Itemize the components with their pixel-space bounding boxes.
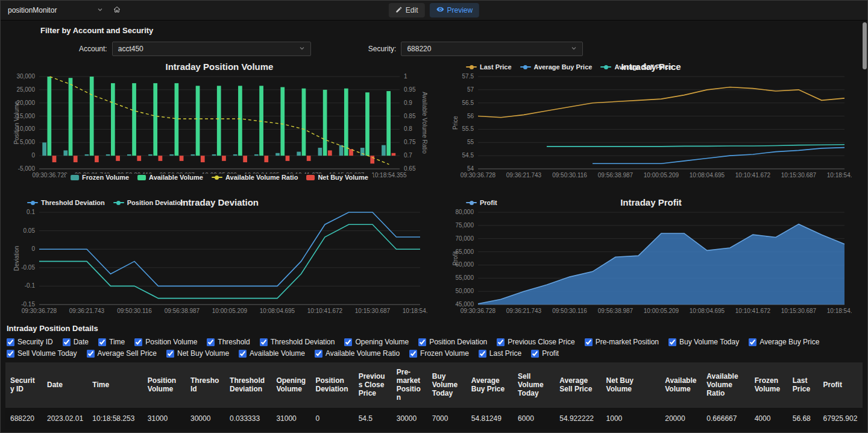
svg-text:09:56:38.987: 09:56:38.987 bbox=[598, 308, 634, 314]
account-select[interactable]: acct450 bbox=[112, 42, 311, 56]
legend-label: Position Deviation bbox=[127, 199, 185, 206]
checkbox-input[interactable] bbox=[98, 338, 106, 346]
svg-text:0.85: 0.85 bbox=[404, 113, 416, 119]
legend-label: Available Volume bbox=[149, 174, 203, 181]
checkbox-input[interactable] bbox=[7, 338, 14, 346]
column-checkbox-available-volume-ratio[interactable]: Available Volume Ratio bbox=[315, 349, 400, 358]
home-button[interactable] bbox=[113, 5, 121, 16]
column-checkbox-sell-volume-today[interactable]: Sell Volume Today bbox=[7, 349, 77, 358]
legend-item-position-deviation[interactable]: Position Deviation bbox=[113, 199, 185, 206]
checkbox-input[interactable] bbox=[239, 350, 247, 358]
preview-button[interactable]: Preview bbox=[430, 3, 480, 17]
checkbox-input[interactable] bbox=[479, 350, 486, 358]
column-checkbox-position-deviation[interactable]: Position Deviation bbox=[418, 338, 487, 346]
column-checkbox-previous-close-price[interactable]: Previous Close Price bbox=[497, 338, 574, 346]
checkbox-label: Last Price bbox=[489, 349, 521, 358]
legend-item-last-price[interactable]: Last Price bbox=[466, 63, 512, 71]
checkbox-input[interactable] bbox=[585, 338, 593, 346]
column-checkbox-frozen-volume[interactable]: Frozen Volume bbox=[409, 349, 469, 358]
table-cell: 31000 bbox=[271, 408, 310, 430]
table-header-cell: Available Volume Ratio bbox=[702, 362, 749, 408]
preview-button-label: Preview bbox=[447, 6, 473, 14]
svg-text:10:00:05.209: 10:00:05.209 bbox=[644, 308, 679, 314]
table-cell: 30000 bbox=[392, 408, 427, 430]
legend-item-frozen-volume[interactable]: Frozen Volume bbox=[71, 174, 129, 181]
checkbox-input[interactable] bbox=[63, 338, 71, 346]
svg-text:Profit: Profit bbox=[452, 251, 459, 266]
column-checkbox-average-sell-price[interactable]: Average Sell Price bbox=[87, 349, 157, 358]
checkbox-label: Opening Volume bbox=[355, 338, 409, 346]
svg-text:0.65: 0.65 bbox=[404, 165, 416, 172]
checkbox-input[interactable] bbox=[531, 350, 539, 358]
legend-item-available-volume-ratio[interactable]: Available Volume Ratio bbox=[212, 174, 298, 181]
column-checkbox-average-buy-price[interactable]: Average Buy Price bbox=[749, 338, 819, 346]
table-cell: 54.922222 bbox=[555, 408, 601, 430]
column-checkbox-available-volume[interactable]: Available Volume bbox=[239, 349, 305, 358]
column-checkbox-opening-volume[interactable]: Opening Volume bbox=[344, 338, 409, 346]
legend-item-average-sell-price[interactable]: Average Sell Price bbox=[600, 63, 672, 71]
svg-text:0: 0 bbox=[31, 152, 35, 159]
column-checkbox-buy-volume-today[interactable]: Buy Volume Today bbox=[668, 338, 739, 346]
svg-text:10:18:54.355: 10:18:54.355 bbox=[403, 308, 427, 314]
checkbox-label: Date bbox=[74, 338, 89, 346]
legend-item-available-volume[interactable]: Available Volume bbox=[137, 174, 203, 181]
checkbox-input[interactable] bbox=[344, 338, 352, 346]
column-checkbox-date[interactable]: Date bbox=[63, 338, 89, 346]
column-checkbox-threshold[interactable]: Threshold bbox=[207, 338, 250, 346]
table-header-cell: Pre-market Position bbox=[392, 362, 427, 408]
checkbox-input[interactable] bbox=[7, 350, 14, 358]
security-select[interactable]: 688220 bbox=[401, 42, 583, 56]
account-label: Account: bbox=[79, 45, 107, 53]
details-section-title: Intraday Position Details bbox=[7, 324, 867, 333]
checkbox-label: Buy Volume Today bbox=[679, 338, 739, 346]
svg-text:Deviation: Deviation bbox=[13, 246, 20, 271]
svg-text:-5,000: -5,000 bbox=[18, 165, 36, 172]
checkbox-input[interactable] bbox=[409, 350, 417, 358]
security-label: Security: bbox=[368, 45, 397, 53]
checkbox-input[interactable] bbox=[668, 338, 676, 346]
column-checkbox-threshold-deviation[interactable]: Threshold Deviation bbox=[260, 338, 335, 346]
checkbox-input[interactable] bbox=[166, 350, 174, 358]
topbar: positionMonitor Edit bbox=[1, 1, 867, 21]
legend-item-threshold-deviation[interactable]: Threshold Deviation bbox=[27, 199, 105, 206]
legend-marker bbox=[466, 200, 477, 206]
legend-label: Threshold Deviation bbox=[41, 199, 105, 206]
legend-item-net-buy-volume[interactable]: Net Buy Volume bbox=[306, 174, 368, 181]
app-switcher-dropdown[interactable]: positionMonitor bbox=[8, 6, 103, 14]
column-checkbox-profit[interactable]: Profit bbox=[531, 349, 559, 358]
checkbox-input[interactable] bbox=[207, 338, 215, 346]
legend-marker bbox=[306, 175, 315, 180]
svg-text:80,000: 80,000 bbox=[455, 209, 474, 215]
column-checkbox-pre-market-position[interactable]: Pre-market Position bbox=[585, 338, 659, 346]
checkbox-input[interactable] bbox=[497, 338, 505, 346]
checkbox-input[interactable] bbox=[260, 338, 268, 346]
svg-text:5,000: 5,000 bbox=[20, 139, 35, 145]
legend-item-profit[interactable]: Profit bbox=[466, 199, 497, 206]
checkbox-input[interactable] bbox=[315, 350, 322, 358]
checkbox-input[interactable] bbox=[134, 338, 142, 346]
column-checkbox-security-id[interactable]: Security ID bbox=[7, 338, 53, 346]
svg-text:57: 57 bbox=[467, 86, 474, 93]
column-checkbox-time[interactable]: Time bbox=[98, 338, 125, 346]
column-checkbox-net-buy-volume[interactable]: Net Buy Volume bbox=[166, 349, 229, 358]
edit-button[interactable]: Edit bbox=[389, 3, 425, 17]
checkbox-input[interactable] bbox=[87, 350, 95, 358]
svg-text:-0.15: -0.15 bbox=[21, 301, 35, 308]
checkbox-input[interactable] bbox=[418, 338, 426, 346]
svg-text:0: 0 bbox=[31, 245, 35, 252]
svg-text:45,000: 45,000 bbox=[455, 301, 474, 308]
checkbox-label: Net Buy Volume bbox=[177, 349, 229, 358]
table-row[interactable]: 6882202023.02.0110:18:58.25331000300000.… bbox=[5, 408, 863, 430]
table-cell: 30000 bbox=[186, 408, 225, 430]
svg-text:09:36:21.743: 09:36:21.743 bbox=[506, 172, 542, 179]
vertical-scrollbar-thumb[interactable] bbox=[863, 22, 867, 69]
checkbox-input[interactable] bbox=[749, 338, 756, 346]
svg-text:0.9: 0.9 bbox=[404, 100, 412, 106]
column-checkbox-last-price[interactable]: Last Price bbox=[479, 349, 521, 358]
legend-item-average-buy-price[interactable]: Average Buy Price bbox=[520, 63, 593, 71]
pencil-icon bbox=[395, 6, 403, 15]
column-checkboxes: Security IDDateTimePosition VolumeThresh… bbox=[7, 338, 861, 358]
svg-text:Position Volume: Position Volume bbox=[13, 101, 20, 144]
svg-text:09:56:38.987: 09:56:38.987 bbox=[598, 172, 634, 179]
column-checkbox-position-volume[interactable]: Position Volume bbox=[134, 338, 197, 346]
